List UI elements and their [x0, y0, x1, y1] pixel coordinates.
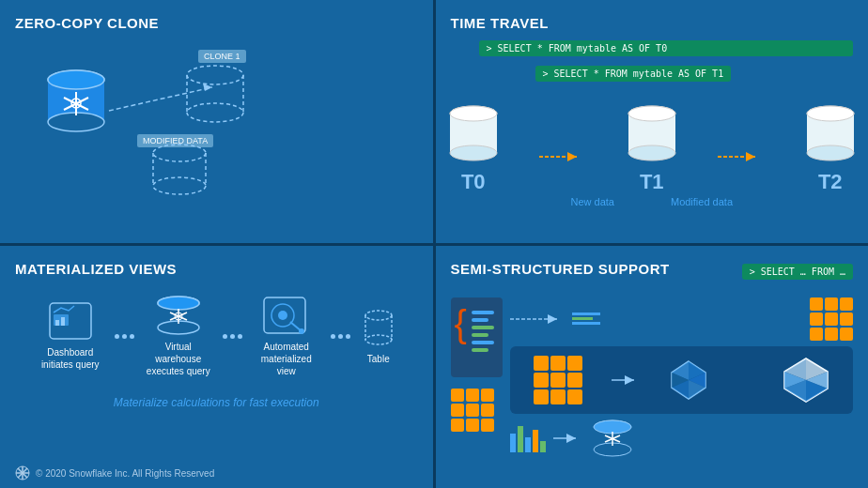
svg-marker-58 [548, 314, 557, 324]
bar2 [518, 426, 523, 452]
data-line-3 [472, 326, 494, 329]
gc9 [481, 419, 494, 432]
sl3 [572, 322, 600, 325]
semi-bottom-row [510, 419, 854, 457]
time-data-labels: New data Modified data [451, 196, 854, 207]
mg8 [550, 389, 566, 404]
semi-diagram: { [451, 294, 854, 457]
modified-db-icon [147, 144, 212, 205]
gc3 [481, 389, 494, 402]
t2-label: T2 [818, 170, 843, 194]
bottom-arrow [553, 431, 581, 446]
svg-rect-16 [153, 153, 206, 186]
clone-db-icon [182, 64, 248, 134]
crystal-icon-1 [668, 359, 709, 401]
svg-marker-31 [746, 152, 755, 161]
mat-item-warehouse: Virtual warehouse executes query [146, 296, 211, 377]
gc8 [466, 419, 479, 432]
gc7 [451, 419, 464, 432]
panel-semi-structured: SEMI-STRUCTURED SUPPORT > SELECT … FROM … [436, 246, 869, 489]
svg-point-29 [628, 106, 675, 121]
svg-point-19 [153, 177, 206, 194]
materialized-view-icon [262, 296, 311, 335]
mat-flow: Dashboard initiates query [15, 296, 418, 377]
svg-point-22 [450, 145, 497, 160]
mg9 [567, 389, 582, 404]
tgc3 [840, 297, 853, 311]
mat-dots-3 [331, 334, 350, 339]
semi-main-box [510, 346, 854, 414]
mat-item-table: Table [362, 308, 395, 365]
semi-top-right-grid [810, 297, 853, 341]
dot5 [230, 334, 235, 339]
tgc4 [810, 313, 823, 326]
gc6 [481, 404, 494, 417]
small-lines [572, 313, 600, 325]
tgc2 [825, 297, 838, 311]
svg-rect-38 [55, 320, 59, 326]
data-line-5 [472, 341, 494, 344]
data-line-1 [472, 311, 494, 314]
dot6 [238, 334, 242, 339]
tgc8 [825, 328, 838, 341]
t2-db-icon [802, 104, 859, 165]
cylinder-t1: T1 [624, 104, 680, 194]
snowflake-footer-icon [15, 465, 30, 480]
mat-dots-1 [115, 334, 134, 339]
mat-dots-2 [223, 334, 242, 339]
dot8 [338, 334, 343, 339]
new-data-label: New data [570, 196, 613, 207]
data-line-2 [472, 318, 488, 322]
bar1 [510, 434, 516, 452]
bar3 [525, 437, 531, 452]
tgc6 [840, 313, 853, 326]
time-cylinders: T0 T1 [451, 104, 854, 194]
mg7 [534, 389, 549, 404]
svg-point-52 [299, 328, 304, 334]
svg-point-14 [187, 103, 243, 122]
bar4 [533, 430, 538, 452]
t0-label: T0 [461, 170, 486, 194]
main-arrow [612, 373, 640, 388]
mg3 [567, 356, 582, 371]
gc1 [451, 389, 464, 402]
data-line-6 [472, 348, 488, 352]
mat-label-view: Automated materialized view [254, 341, 319, 377]
mg1 [534, 356, 549, 371]
mg6 [567, 373, 582, 388]
semi-query: > SELECT … FROM … [742, 264, 853, 280]
svg-rect-39 [61, 317, 65, 326]
dot1 [115, 334, 119, 339]
t1-db-icon [624, 104, 680, 165]
svg-marker-76 [566, 434, 576, 443]
mat-label-dashboard: Dashboard initiates query [38, 346, 103, 371]
footer-text: © 2020 Snowflake Inc. All Rights Reserve… [36, 468, 214, 479]
mat-title: MATERIALIZED VIEWS [15, 261, 418, 277]
gc5 [466, 404, 479, 417]
sl1 [572, 313, 600, 315]
main-grid: ZERO-COPY CLONE CLONE 1 [0, 0, 868, 488]
orange-arrow-2 [718, 147, 765, 166]
svg-point-80 [594, 420, 631, 434]
table-icon [362, 308, 395, 347]
mat-item-dashboard: Dashboard initiates query [38, 301, 103, 371]
semi-title: SEMI-STRUCTURED SUPPORT [451, 261, 670, 277]
orange-arrow-1 [539, 147, 586, 166]
crystal-icon-2 [783, 357, 829, 404]
svg-marker-25 [567, 152, 577, 161]
svg-point-43 [158, 297, 199, 310]
mg2 [550, 356, 566, 371]
brace-icon: { [455, 305, 467, 343]
t0-db-icon [445, 104, 502, 165]
tgc9 [840, 328, 853, 341]
clone-label: CLONE 1 [198, 50, 246, 63]
modified-data-label: Modified data [671, 196, 733, 207]
mat-label-warehouse: Virtual warehouse executes query [146, 341, 211, 377]
time-query2: > SELECT * FROM mytable AS OF T1 [535, 66, 732, 82]
mg5 [550, 373, 566, 388]
time-title: TIME TRAVEL [451, 15, 854, 31]
cylinder-t2: T2 [802, 104, 859, 194]
bar5 [540, 441, 546, 452]
orange-grid-block [451, 389, 503, 432]
data-lines [472, 311, 494, 352]
